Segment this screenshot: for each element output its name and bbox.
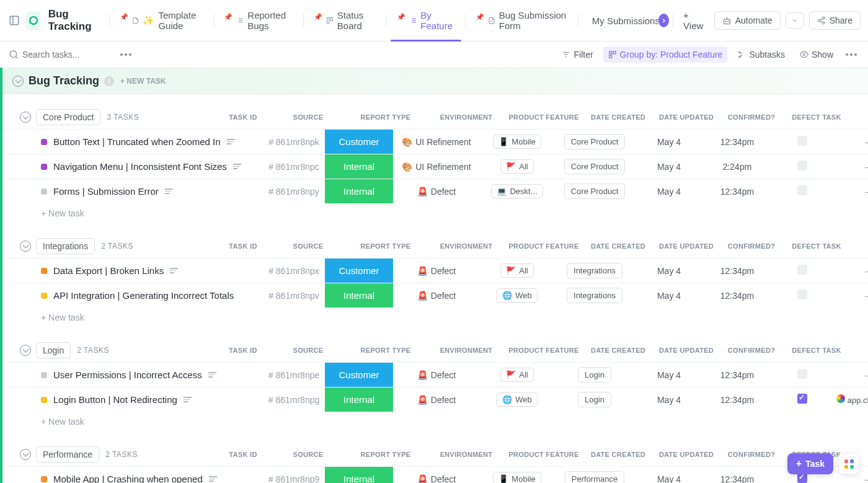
task-name[interactable]: Data Export | Broken Links bbox=[53, 265, 164, 276]
toolbar-more-button[interactable] bbox=[843, 53, 859, 56]
confirmed-cell[interactable] bbox=[771, 394, 833, 405]
automate-dropdown[interactable] bbox=[786, 12, 804, 29]
task-row[interactable]: Button Text | Truncated when Zoomed In #… bbox=[2, 129, 868, 154]
new-task-row[interactable]: + New task bbox=[2, 308, 868, 327]
source-cell[interactable]: Internal bbox=[325, 154, 393, 179]
group-name-chip[interactable]: Core Product bbox=[36, 109, 100, 125]
new-task-fab[interactable]: + Task bbox=[787, 453, 833, 474]
defect-task-cell[interactable]: – bbox=[833, 187, 868, 197]
checkbox-icon[interactable] bbox=[797, 394, 807, 404]
next-tabs-button[interactable] bbox=[658, 14, 669, 27]
checkbox-icon[interactable] bbox=[797, 161, 807, 171]
defect-task-cell[interactable]: – bbox=[833, 162, 868, 172]
tab-reported-bugs[interactable]: 📌 Reported Bugs bbox=[218, 5, 299, 36]
status-square-icon[interactable] bbox=[41, 139, 47, 145]
task-row[interactable]: Data Export | Broken Links # 861mr8npx C… bbox=[2, 258, 868, 283]
source-cell[interactable]: Customer bbox=[325, 363, 393, 387]
group-name-chip[interactable]: Integrations bbox=[36, 238, 95, 254]
status-square-icon[interactable] bbox=[41, 164, 47, 170]
confirmed-cell[interactable] bbox=[771, 185, 833, 197]
show-button[interactable]: Show bbox=[795, 47, 838, 63]
status-square-icon[interactable] bbox=[41, 293, 47, 299]
task-name[interactable]: Login Button | Not Redirecting bbox=[53, 394, 177, 405]
confirmed-cell[interactable] bbox=[771, 473, 833, 483]
status-square-icon[interactable] bbox=[41, 397, 47, 403]
collapse-icon[interactable] bbox=[20, 449, 31, 460]
task-name[interactable]: Mobile App | Crashing when opened bbox=[53, 474, 203, 483]
feature-cell[interactable]: Login bbox=[554, 392, 635, 407]
defect-task-cell[interactable]: – bbox=[833, 370, 868, 380]
task-name[interactable]: User Permissions | Incorrect Access bbox=[53, 370, 202, 380]
checkbox-icon[interactable] bbox=[797, 265, 807, 275]
report-type-cell[interactable]: 🚨Defect bbox=[393, 395, 480, 405]
collapse-icon[interactable] bbox=[20, 241, 31, 252]
subtasks-button[interactable]: Subtasks bbox=[732, 47, 790, 63]
confirmed-cell[interactable] bbox=[771, 369, 833, 381]
confirmed-cell[interactable] bbox=[771, 265, 833, 277]
environment-cell[interactable]: 🚩All bbox=[480, 368, 554, 382]
defect-task-cell[interactable]: app.clickup.co bbox=[833, 394, 868, 405]
task-row[interactable]: Forms | Submission Error # 861mr8npy Int… bbox=[2, 179, 868, 203]
report-type-cell[interactable]: 🎨UI Refinement bbox=[393, 137, 480, 147]
new-task-row[interactable]: + New task bbox=[2, 412, 868, 432]
tab-template-guide[interactable]: 📌 ✨ Template Guide bbox=[113, 5, 210, 36]
source-cell[interactable]: Internal bbox=[325, 179, 393, 203]
tab-my-submissions[interactable]: My Submissions bbox=[582, 11, 658, 31]
environment-cell[interactable]: 🌐Web bbox=[480, 392, 554, 407]
task-row[interactable]: Navigation Menu | Inconsistent Font Size… bbox=[2, 154, 868, 179]
checkbox-icon[interactable] bbox=[797, 185, 807, 195]
group-by-button[interactable]: Group by: Product Feature bbox=[603, 47, 728, 63]
defect-task-cell[interactable]: – bbox=[833, 474, 868, 484]
defect-task-cell[interactable]: – bbox=[833, 266, 868, 276]
environment-cell[interactable]: 🚩All bbox=[480, 159, 554, 174]
environment-cell[interactable]: 🌐Web bbox=[480, 288, 554, 303]
collapse-icon[interactable] bbox=[12, 76, 24, 87]
automate-button[interactable]: Automate bbox=[714, 11, 781, 30]
environment-cell[interactable]: 💻Deskt... bbox=[480, 184, 554, 198]
environment-cell[interactable]: 📱Mobile bbox=[480, 472, 554, 483]
feature-cell[interactable]: Login bbox=[554, 367, 635, 383]
task-row[interactable]: Mobile App | Crashing when opened # 861m… bbox=[2, 466, 868, 483]
source-cell[interactable]: Customer bbox=[325, 259, 393, 283]
source-cell[interactable]: Internal bbox=[325, 467, 393, 483]
feature-cell[interactable]: Integrations bbox=[554, 288, 635, 303]
feature-cell[interactable]: Core Product bbox=[554, 134, 635, 149]
status-square-icon[interactable] bbox=[41, 476, 47, 482]
share-button[interactable]: Share bbox=[809, 11, 861, 30]
checkbox-icon[interactable] bbox=[797, 473, 807, 483]
confirmed-cell[interactable] bbox=[771, 136, 833, 148]
tab-status-board[interactable]: 📌 Status Board bbox=[308, 5, 383, 36]
report-type-cell[interactable]: 🚨Defect bbox=[393, 266, 480, 276]
confirmed-cell[interactable] bbox=[771, 290, 833, 301]
feature-cell[interactable]: Integrations bbox=[554, 263, 635, 278]
checkbox-icon[interactable] bbox=[797, 290, 807, 299]
task-name[interactable]: Button Text | Truncated when Zoomed In bbox=[53, 136, 221, 147]
new-task-row[interactable]: + New task bbox=[2, 203, 868, 223]
feature-cell[interactable]: Core Product bbox=[554, 184, 635, 199]
task-row[interactable]: API Integration | Generating Incorrect T… bbox=[2, 283, 868, 308]
source-cell[interactable]: Customer bbox=[325, 130, 393, 154]
defect-task-cell[interactable]: – bbox=[833, 291, 868, 301]
status-square-icon[interactable] bbox=[41, 372, 47, 378]
group-name-chip[interactable]: Performance bbox=[36, 446, 99, 463]
feature-cell[interactable]: Performance bbox=[554, 471, 635, 483]
sidebar-toggle-button[interactable] bbox=[7, 12, 21, 29]
tab-by-feature[interactable]: 📌 By Feature bbox=[391, 5, 461, 36]
new-task-button[interactable]: + NEW TASK bbox=[120, 77, 166, 86]
checkbox-icon[interactable] bbox=[797, 369, 807, 379]
add-view-button[interactable]: + View bbox=[677, 5, 712, 36]
report-type-cell[interactable]: 🚨Defect bbox=[393, 291, 480, 301]
status-square-icon[interactable] bbox=[41, 268, 47, 274]
report-type-cell[interactable]: 🚨Defect bbox=[393, 187, 480, 197]
task-name[interactable]: Navigation Menu | Inconsistent Font Size… bbox=[53, 161, 227, 172]
source-cell[interactable]: Internal bbox=[325, 388, 393, 412]
checkbox-icon[interactable] bbox=[797, 136, 807, 146]
source-cell[interactable]: Internal bbox=[325, 283, 393, 308]
defect-task-cell[interactable]: – bbox=[833, 137, 868, 147]
report-type-cell[interactable]: 🎨UI Refinement bbox=[393, 162, 480, 172]
info-icon[interactable]: i bbox=[104, 76, 114, 86]
search-input[interactable] bbox=[22, 50, 109, 60]
environment-cell[interactable]: 🚩All bbox=[480, 264, 554, 278]
confirmed-cell[interactable] bbox=[771, 161, 833, 172]
feature-cell[interactable]: Core Product bbox=[554, 159, 635, 174]
